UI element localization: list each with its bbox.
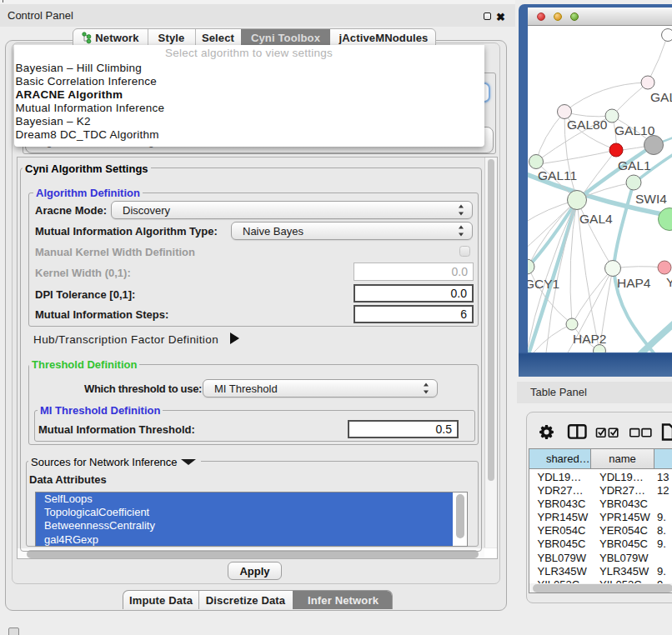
svg-text:Y: Y [666, 275, 672, 289]
svg-text:HAP4: HAP4 [617, 276, 651, 290]
svg-text:GAL80: GAL80 [567, 118, 608, 132]
svg-text:GAL4: GAL4 [579, 212, 613, 226]
svg-text:GCY1: GCY1 [528, 277, 559, 291]
svg-text:HAP2: HAP2 [573, 332, 607, 346]
svg-text:GAL2: GAL2 [650, 90, 672, 104]
svg-text:SWI4: SWI4 [635, 192, 667, 206]
svg-text:GAL10: GAL10 [614, 123, 655, 138]
svg-text:GAL1: GAL1 [618, 158, 651, 172]
svg-text:GAL11: GAL11 [538, 168, 577, 182]
